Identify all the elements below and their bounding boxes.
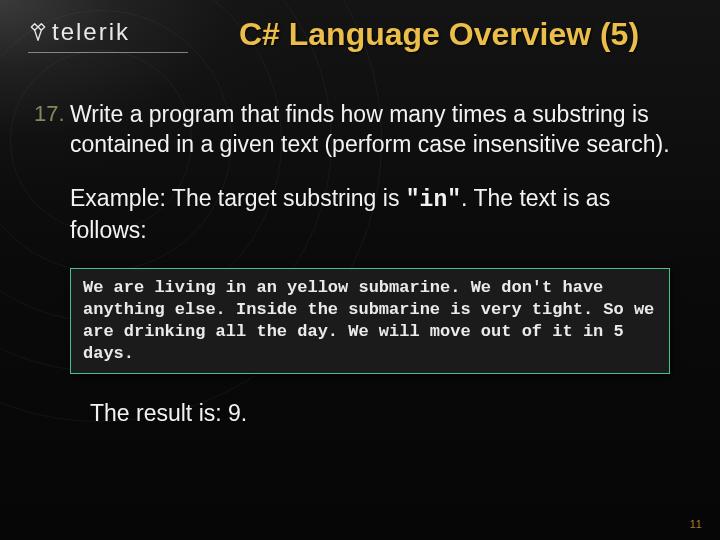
- brand-logo: telerik: [28, 18, 188, 53]
- telerik-mark-icon: [28, 22, 48, 42]
- item-number: 17.: [34, 100, 70, 128]
- result-text: The result is: 9.: [90, 400, 680, 427]
- item-text: Write a program that finds how many time…: [70, 100, 680, 160]
- exercise-item: 17. Write a program that finds how many …: [34, 100, 680, 160]
- page-number: 11: [690, 518, 702, 530]
- brand-text: telerik: [52, 18, 130, 46]
- example-lead-a: Example: The target substring is: [70, 185, 406, 211]
- slide-title: C# Language Overview (5): [178, 16, 700, 53]
- example-paragraph: Example: The target substring is "in". T…: [70, 184, 680, 246]
- slide: telerik C# Language Overview (5) 17. Wri…: [0, 0, 720, 540]
- code-sample: We are living in an yellow submarine. We…: [70, 268, 670, 374]
- header: telerik C# Language Overview (5): [28, 18, 700, 53]
- slide-body: 17. Write a program that finds how many …: [34, 100, 680, 427]
- example-target: "in": [406, 187, 461, 213]
